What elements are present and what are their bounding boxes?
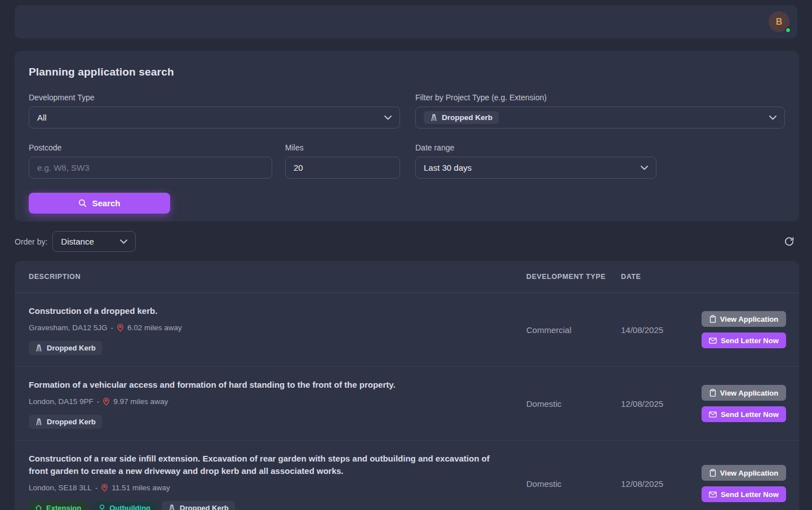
send-letter-button[interactable]: Send Letter Now [702,486,786,502]
form-row-2: Postcode Miles Date range Last 30 days [29,143,785,179]
application-title: Formation of a vehicular access and form… [29,379,509,391]
application-location: London, DA15 9PF - 9.97 miles away [29,397,509,406]
form-row-1: Development Type All Filter by Project T… [29,93,785,128]
view-application-label: View Application [720,315,778,323]
date-value: 14/08/2025 [621,325,689,335]
search-button[interactable]: Search [29,193,170,214]
postcode-field: Postcode [29,143,272,179]
project-type-filter-label: Filter by Project Type (e.g. Extension) [415,93,785,102]
badge-label: Dropped Kerb [47,344,96,352]
development-type-select[interactable]: All [29,107,400,128]
development-type-field: Development Type All [29,93,400,128]
location-separator: - [95,484,98,492]
page-title: Planning application search [29,66,785,78]
header-development-type: DEVELOPMENT TYPE [526,273,621,281]
map-pin-icon [103,397,110,406]
badge-label: Outbuilding [109,504,150,510]
badge-list: Dropped Kerb [29,415,509,429]
development-type-value: Commercial [526,325,621,335]
view-application-button[interactable]: View Application [702,385,786,401]
refresh-icon [784,236,795,247]
order-by-value: Distance [61,237,94,246]
row-description-cell: Construction of a dropped kerb. Gravesha… [29,293,526,366]
badge-list: Dropped Kerb [29,341,509,355]
avatar[interactable]: B [769,11,789,32]
distance-text: 9.97 miles away [113,397,168,406]
distance-text: 6.02 miles away [127,323,182,332]
chevron-down-icon [384,116,392,120]
miles-input[interactable] [285,157,400,179]
row-actions: View Application Send Letter Now [689,385,786,422]
location-separator: - [111,323,114,332]
application-location: Gravesham, DA12 5JG - 6.02 miles away [29,323,509,332]
view-application-button[interactable]: View Application [702,465,786,481]
application-title: Construction of a dropped kerb. [29,305,509,317]
table-row: Construction of a dropped kerb. Gravesha… [15,293,799,367]
row-actions: View Application Send Letter Now [689,311,786,348]
miles-label: Miles [285,143,400,152]
postcode-input[interactable] [29,157,272,179]
map-pin-icon [101,484,108,492]
badge-label: Dropped Kerb [180,504,229,510]
location-text: London, SE18 3LL [29,484,92,492]
selected-project-type-label: Dropped Kerb [442,113,492,122]
badge-label: Dropped Kerb [47,418,96,426]
road-icon [35,418,43,425]
envelope-icon [709,411,717,418]
postcode-label: Postcode [29,143,272,152]
project-type-filter-field: Filter by Project Type (e.g. Extension) … [415,93,785,128]
house-icon [35,504,42,510]
send-letter-label: Send Letter Now [721,490,779,499]
view-application-label: View Application [720,469,778,477]
date-value: 12/08/2025 [621,399,689,409]
date-value: 12/08/2025 [621,479,689,489]
tree-icon [99,504,105,510]
application-title: Construction of a rear side infill exten… [29,453,509,477]
road-icon [35,344,43,352]
refresh-button[interactable] [784,236,795,247]
send-letter-button[interactable]: Send Letter Now [702,332,786,348]
road-icon [430,114,438,121]
development-type-value: Domestic [526,479,621,489]
view-application-button[interactable]: View Application [702,311,786,327]
clipboard-icon [709,389,716,397]
date-range-select[interactable]: Last 30 days [415,157,656,179]
row-actions: View Application Send Letter Now [689,465,786,502]
location-text: Gravesham, DA12 5JG [29,323,108,332]
envelope-icon [709,338,717,344]
badge-dropped-kerb: Dropped Kerb [29,415,102,429]
application-location: London, SE18 3LL - 11.51 miles away [29,484,509,492]
send-letter-button[interactable]: Send Letter Now [702,406,786,422]
table-header: DESCRIPTION DEVELOPMENT TYPE DATE [15,261,799,293]
chevron-down-icon [641,166,648,170]
clipboard-icon [709,469,716,477]
badge-outbuilding: Outbuilding [92,501,157,510]
envelope-icon [709,491,717,498]
send-letter-label: Send Letter Now [721,336,779,345]
selected-project-type-chip[interactable]: Dropped Kerb [424,111,499,124]
badge-extension: Extension [29,501,87,510]
development-type-value: Domestic [526,399,621,409]
order-by-select[interactable]: Distance [52,231,136,252]
project-type-filter-select[interactable]: Dropped Kerb [415,107,785,128]
road-icon [168,504,176,510]
distance-text: 11.51 miles away [112,484,170,492]
miles-field: Miles [285,143,400,179]
order-by-label: Order by: [15,237,47,246]
date-range-field: Date range Last 30 days [415,143,656,179]
header-date: DATE [621,273,689,281]
development-type-label: Development Type [29,93,400,102]
badge-label: Extension [46,504,81,510]
table-row: Construction of a rear side infill exten… [15,441,799,510]
online-status-dot [785,27,791,33]
date-range-value: Last 30 days [424,163,472,172]
page: B Planning application search Developmen… [0,0,812,510]
row-description-cell: Formation of a vehicular access and form… [29,367,526,440]
search-button-label: Search [92,198,120,208]
order-by-row: Order by: Distance [15,231,799,252]
chevron-down-icon [769,116,776,120]
location-text: London, DA15 9PF [29,397,94,406]
badge-list: Extension Outbuilding Dropped Kerb [29,501,509,510]
row-description-cell: Construction of a rear side infill exten… [29,441,526,510]
table-row: Formation of a vehicular access and form… [15,367,799,441]
